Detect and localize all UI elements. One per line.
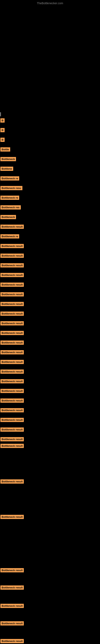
bottleneck-result-label: Bottleneck result (0, 480, 24, 484)
bottleneck-result-label: Bottleneck (0, 157, 16, 161)
bottleneck-result-label: Bottleneck result (0, 444, 24, 448)
bottleneck-result-label: Bottleneck result (0, 408, 24, 412)
result-item-37: Bottleneck result (0, 515, 24, 519)
bottleneck-result-label: Bottleneck result (0, 568, 24, 572)
bottleneck-result-label: Bottleneck result (0, 302, 24, 306)
result-item-22: Bottleneck result (0, 321, 24, 326)
result-item-16: Bottleneck result (0, 263, 24, 268)
result-item-24: Bottleneck result (0, 340, 24, 345)
bottleneck-result-label: Bottleneck result (0, 379, 24, 384)
result-item-2: B (0, 128, 4, 132)
site-title: TheBottlenecker.com (0, 0, 100, 6)
result-item-19: Bottleneck result (0, 292, 24, 296)
result-item-15: Bottleneck result (0, 254, 24, 258)
result-item-28: Bottleneck result (0, 379, 24, 384)
bottleneck-result-label: Bottleneck result (0, 389, 24, 393)
result-item-7: Bottleneck re (0, 176, 19, 180)
bottleneck-result-label: Bottleneck result (0, 254, 24, 258)
bottleneck-result-label: Bottleneck result (0, 360, 24, 364)
result-item-41: Bottleneck result (0, 621, 24, 626)
bottleneck-result-label: Bottleneck result (0, 273, 24, 277)
result-item-11: Bottleneck (0, 215, 16, 219)
result-item-8: Bottleneck resu (0, 186, 22, 190)
result-item-17: Bottleneck result (0, 273, 24, 277)
result-item-18: Bottleneck result (0, 282, 24, 287)
result-item-27: Bottleneck result (0, 370, 24, 374)
result-item-9: Bottleneck re (0, 196, 19, 200)
result-item-38: Bottleneck result (0, 568, 24, 572)
result-item-4: Bottle (0, 147, 10, 152)
cursor-line (0, 112, 1, 116)
result-item-3: B (0, 138, 4, 142)
bottleneck-result-label: B (0, 128, 4, 132)
result-item-33: Bottleneck result (0, 428, 24, 432)
result-item-40: Bottleneck result (0, 604, 24, 608)
result-item-10: Bottleneck res (0, 205, 21, 210)
bottleneck-result-label: Bottleneck re (0, 196, 19, 200)
result-item-20: Bottleneck result (0, 302, 24, 306)
bottleneck-result-label: Bottlene (0, 167, 13, 171)
bottleneck-result-label: Bottleneck result (0, 350, 24, 354)
result-item-39: Bottleneck result (0, 586, 24, 590)
result-item-14: Bottleneck result (0, 244, 24, 248)
result-item-30: Bottleneck result (0, 398, 24, 403)
bottleneck-result-label: Bottleneck result (0, 312, 24, 316)
bottleneck-result-label: Bottleneck result (0, 370, 24, 374)
result-item-5: Bottleneck (0, 157, 16, 161)
bottleneck-result-label: Bottleneck result (0, 418, 24, 422)
bottleneck-result-label: Bottleneck result (0, 621, 24, 626)
bottleneck-result-label: Bottleneck result (0, 639, 24, 643)
result-item-36: Bottleneck result (0, 480, 24, 484)
bottleneck-result-label: Bottleneck result (0, 292, 24, 296)
bottleneck-result-label: Bottleneck result (0, 321, 24, 326)
bottleneck-result-label: Bottleneck result (0, 586, 24, 590)
result-item-31: Bottleneck result (0, 408, 24, 412)
result-item-21: Bottleneck result (0, 312, 24, 316)
bottleneck-result-label: Bottleneck result (0, 224, 24, 229)
bottleneck-result-label: Bottleneck result (0, 604, 24, 608)
result-item-35: Bottleneck result (0, 444, 24, 448)
bottleneck-result-label: B (0, 118, 4, 122)
bottleneck-result-label: Bottleneck result (0, 398, 24, 403)
result-item-25: Bottleneck result (0, 350, 24, 354)
bottleneck-result-label: Bottle (0, 147, 10, 152)
bottleneck-result-label: Bottleneck (0, 215, 16, 219)
bottleneck-result-label: Bottleneck result (0, 244, 24, 248)
result-item-23: Bottleneck result (0, 331, 24, 335)
result-item-1: B (0, 118, 4, 122)
result-item-42: Bottleneck result (0, 639, 24, 643)
bottleneck-result-label: Bottleneck result (0, 428, 24, 432)
result-item-32: Bottleneck result (0, 418, 24, 422)
bottleneck-result-label: Bottleneck re (0, 176, 19, 180)
result-item-6: Bottlene (0, 167, 13, 171)
bottleneck-result-label: B (0, 138, 4, 142)
result-item-29: Bottleneck result (0, 389, 24, 393)
result-item-12: Bottleneck result (0, 224, 24, 229)
bottleneck-result-label: Bottleneck result (0, 263, 24, 268)
result-item-34: Bottleneck result (0, 437, 24, 441)
bottleneck-result-label: Bottleneck result (0, 515, 24, 519)
bottleneck-result-label: Bottleneck result (0, 331, 24, 335)
bottleneck-result-label: Bottleneck result (0, 437, 24, 441)
bottleneck-result-label: Bottleneck result (0, 340, 24, 345)
bottleneck-result-label: Bottleneck result (0, 282, 24, 287)
bottleneck-result-label: Bottleneck res (0, 205, 21, 210)
result-item-13: Bottleneck re (0, 234, 19, 238)
result-item-26: Bottleneck result (0, 360, 24, 364)
bottleneck-result-label: Bottleneck resu (0, 186, 22, 190)
bottleneck-result-label: Bottleneck re (0, 234, 19, 238)
